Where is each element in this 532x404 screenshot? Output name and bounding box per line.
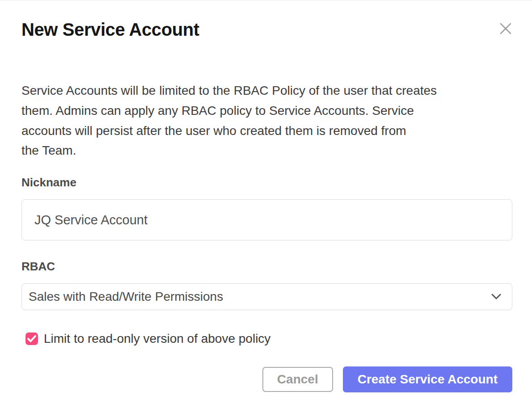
- close-icon: [499, 30, 512, 37]
- rbac-selected-value: Sales with Read/Write Permissions: [29, 290, 223, 304]
- limit-readonly-label: Limit to read-only version of above poli…: [44, 332, 270, 346]
- description-line: the Team.: [21, 141, 512, 161]
- modal-description: Service Accounts will be limited to the …: [21, 81, 512, 161]
- limit-readonly-checkbox[interactable]: [25, 332, 38, 345]
- cancel-button[interactable]: Cancel: [262, 367, 333, 392]
- checkmark-icon: [27, 335, 36, 342]
- modal-header: New Service Account: [21, 0, 512, 41]
- description-line: accounts will persist after the user who…: [21, 121, 512, 141]
- close-button[interactable]: [499, 22, 512, 35]
- new-service-account-modal: New Service Account Service Accounts wil…: [0, 0, 532, 404]
- limit-readonly-row: Limit to read-only version of above poli…: [25, 332, 512, 346]
- rbac-label: RBAC: [21, 259, 512, 274]
- nickname-label: Nickname: [21, 175, 512, 190]
- rbac-select[interactable]: Sales with Read/Write Permissions: [21, 283, 512, 310]
- create-service-account-button[interactable]: Create Service Account: [343, 366, 512, 392]
- modal-footer: Cancel Create Service Account: [21, 366, 512, 392]
- page-title: New Service Account: [21, 18, 199, 41]
- description-line: them. Admins can apply any RBAC policy t…: [21, 101, 512, 121]
- nickname-input[interactable]: [21, 199, 512, 240]
- chevron-down-icon: [491, 294, 501, 300]
- description-line: Service Accounts will be limited to the …: [21, 81, 512, 101]
